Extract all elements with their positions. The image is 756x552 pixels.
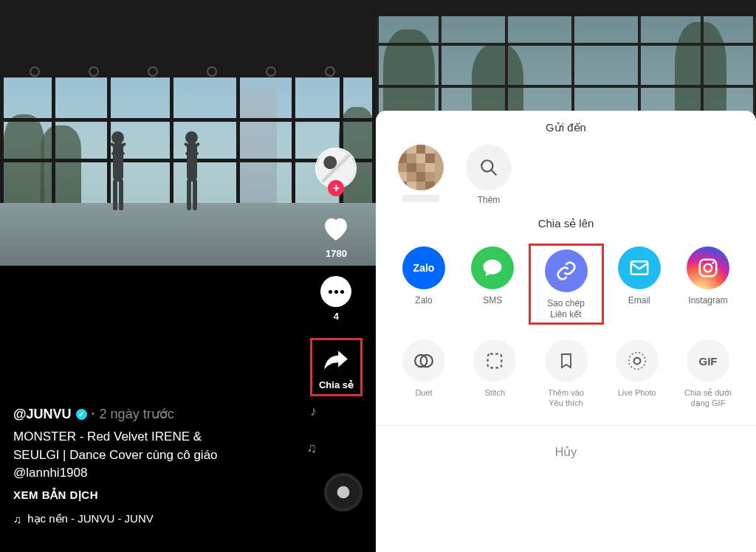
video-caption: MONSTER - Red Velvet IRENE & SEULGI | Da… [13, 428, 295, 483]
music-note-icon: ♪ [310, 404, 317, 419]
bookmark-icon [545, 339, 588, 382]
send-contact[interactable] [396, 145, 445, 205]
stitch-icon [473, 339, 516, 382]
follow-plus-icon[interactable]: + [328, 180, 344, 196]
tool-stitch[interactable]: Stitch [464, 339, 525, 409]
music-note-icon: ♫ [307, 441, 317, 456]
svg-rect-8 [488, 354, 502, 368]
mention[interactable]: @lannhi1908 [13, 464, 295, 483]
comment-icon [320, 276, 351, 307]
share-sheet: Gửi đến Thêm Chia sẻ lên Zalo Zalo [376, 111, 756, 552]
post-time: 2 ngày trước [100, 406, 174, 422]
svg-line-1 [491, 170, 496, 175]
like-button[interactable]: 1780 [320, 213, 352, 259]
contact-name-blurred [402, 195, 439, 202]
search-icon [479, 158, 498, 177]
video-meta: @JUNVU ✓ · 2 ngày trước MONSTER - Red Ve… [13, 406, 295, 525]
tool-live-photo[interactable]: Live Photo [607, 339, 667, 409]
action-rail: + 1780 4 Chia sẻ [310, 148, 362, 396]
sound-marquee[interactable]: ♫ hạc nền - JUNVU - JUNV [13, 512, 295, 525]
send-to-title: Gửi đến [376, 121, 756, 134]
email-icon [618, 246, 661, 289]
share-to-title: Chia sẻ lên [376, 217, 756, 230]
tool-favorite[interactable]: Thêm vàoYêu thích [536, 339, 597, 409]
instagram-icon [687, 246, 729, 289]
tool-gif[interactable]: GIF Chia sẻ dướidạng GIF [678, 339, 738, 409]
share-sms[interactable]: SMS [462, 246, 523, 323]
verified-badge-icon: ✓ [76, 409, 87, 420]
translate-button[interactable]: XEM BẢN DỊCH [13, 489, 295, 502]
share-zalo[interactable]: Zalo Zalo [394, 246, 454, 323]
comment-button[interactable]: 4 [320, 275, 352, 322]
profile-avatar[interactable]: + [315, 148, 357, 189]
sound-disc[interactable] [324, 473, 362, 511]
tool-duet[interactable]: Duet [394, 339, 454, 409]
svg-point-9 [633, 358, 640, 365]
video-background [376, 0, 756, 125]
gif-icon: GIF [687, 339, 729, 382]
live-photo-icon [616, 339, 659, 382]
highlight-share-box [310, 338, 362, 396]
highlight-copylink-box [529, 244, 604, 325]
share-sheet-screen: Gửi đến Thêm Chia sẻ lên Zalo Zalo [376, 0, 756, 552]
zalo-icon: Zalo [402, 246, 445, 289]
send-more[interactable]: Thêm [464, 145, 513, 205]
cancel-button[interactable]: Hủy [376, 425, 756, 468]
username[interactable]: @JUNVU [13, 407, 72, 422]
sms-icon [471, 246, 514, 289]
comment-count: 4 [334, 311, 339, 322]
duet-icon [402, 339, 445, 382]
music-note-icon: ♫ [13, 513, 21, 525]
share-email[interactable]: Email [609, 246, 670, 323]
svg-point-5 [712, 262, 714, 264]
svg-point-4 [704, 264, 712, 272]
like-count: 1780 [326, 248, 347, 259]
share-instagram[interactable]: Instagram [678, 246, 738, 323]
tiktok-video-screen: + 1780 4 Chia sẻ ♪ ♫ @JUNVU ✓ [0, 0, 376, 552]
heart-icon [320, 213, 351, 244]
svg-point-10 [629, 353, 646, 370]
